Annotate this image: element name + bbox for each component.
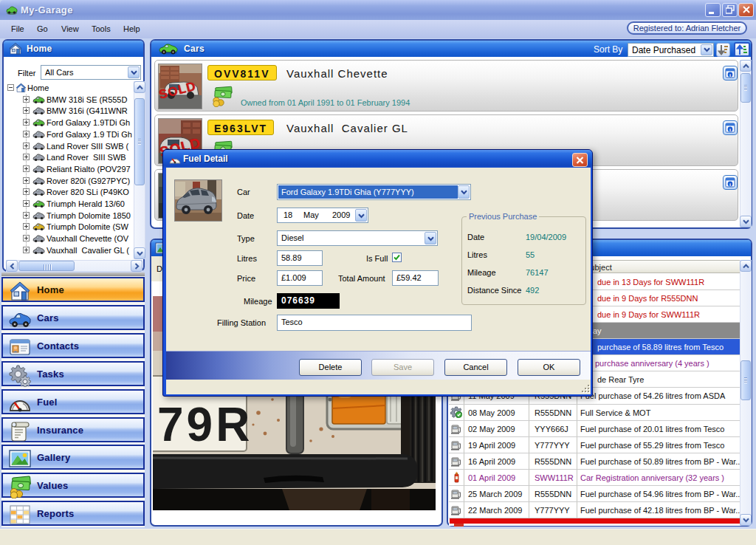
tree-item[interactable]: Reliant Rialto (POV297 [4, 164, 134, 175]
is-full-checkbox[interactable] [392, 253, 402, 262]
car-info-button[interactable]: i [723, 120, 738, 135]
tree-item[interactable]: Triumph Dolomite (SW [4, 222, 134, 233]
cars-vertical-scrollbar[interactable] [740, 60, 752, 227]
car-card-chevette[interactable]: SOLD OVV811V Vauxhall Chevette Owned fro… [154, 60, 738, 112]
tree-item[interactable]: Rover 820i (G927PYC) [4, 176, 134, 187]
minimize-button[interactable] [705, 3, 721, 17]
tree-item[interactable]: Triumph Herald 13/60 [4, 199, 134, 210]
event-row[interactable]: 08 May 2009R555DNNFull Service & MOT [449, 405, 742, 421]
delete-button[interactable]: Delete [299, 359, 362, 376]
expand-icon[interactable] [23, 165, 30, 172]
date-combo-arrow[interactable] [355, 209, 367, 222]
expand-icon[interactable] [23, 96, 30, 103]
event-row[interactable]: 25 March 2009R555DNNFuel purchase of 54.… [449, 486, 742, 502]
expand-icon[interactable] [23, 247, 30, 253]
tree-item[interactable]: Rover 820 SLi (P49KO [4, 187, 134, 198]
menu-view[interactable]: View [61, 24, 79, 33]
nav-button-cars[interactable]: Cars [1, 305, 145, 330]
save-button[interactable]: Save [371, 359, 434, 376]
menu-go[interactable]: Go [37, 24, 48, 33]
sort-descending-button[interactable] [716, 43, 730, 57]
expand-icon[interactable] [23, 143, 30, 149]
type-combo[interactable]: Diesel [277, 230, 438, 246]
event-row[interactable]: 02 May 2009YYY666JFuel purchase of 20.01… [449, 421, 742, 437]
nav-button-contacts[interactable]: Contacts [1, 333, 145, 358]
events-vertical-scrollbar[interactable] [740, 260, 752, 526]
scroll-left-button[interactable] [6, 260, 18, 272]
filter-combo[interactable]: All Cars [41, 65, 141, 80]
restore-button[interactable] [722, 3, 738, 17]
nav-splitter[interactable] [1, 272, 145, 276]
price-input[interactable]: £1.009 [277, 270, 323, 286]
tree-item[interactable]: Vauxhall Chevette (OV [4, 233, 134, 244]
expand-icon[interactable] [23, 154, 30, 160]
expand-icon[interactable] [23, 188, 30, 195]
tree-item[interactable]: BMW 316i (G411WNR [4, 106, 134, 117]
event-row[interactable]: 19 April 2009Y777YYYFuel purchase of 55.… [449, 437, 742, 453]
event-row[interactable]: 22 March 2009Y777YYYFuel purchase of 42.… [449, 502, 742, 518]
sort-combo[interactable]: Date Purchased [628, 43, 714, 57]
scroll-down-button[interactable] [134, 247, 145, 259]
filter-combo-arrow[interactable] [128, 66, 140, 78]
expand-icon[interactable] [23, 131, 30, 137]
sort-combo-arrow[interactable] [701, 44, 712, 55]
car-combo-arrow[interactable] [458, 185, 470, 199]
tree-item[interactable]: Ford Galaxy 1.9TDi Gh [4, 117, 134, 128]
date-combo[interactable]: 18 May 2009 [277, 208, 368, 223]
nav-button-values[interactable]: Values [1, 473, 145, 498]
expand-icon[interactable] [23, 119, 30, 126]
scroll-right-button[interactable] [131, 260, 142, 272]
expand-icon[interactable] [23, 223, 30, 230]
expand-icon[interactable] [23, 177, 30, 184]
nav-button-insurance[interactable]: Insurance [1, 417, 145, 442]
menu-tools[interactable]: Tools [92, 24, 111, 33]
scroll-thumb[interactable] [134, 98, 145, 185]
scroll-up-button[interactable] [740, 260, 752, 272]
scroll-thumb[interactable] [740, 360, 751, 400]
car-info-button[interactable]: i [723, 66, 738, 80]
nav-button-home[interactable]: Home [1, 277, 145, 302]
scroll-thumb[interactable] [740, 73, 751, 103]
tree-item[interactable]: BMW 318i SE (R555D [4, 95, 134, 106]
tree-item[interactable]: Land Rover SIII SWB ( [4, 141, 134, 152]
expand-icon[interactable] [23, 200, 30, 207]
nav-button-fuel[interactable]: Fuel [1, 389, 145, 414]
expand-icon[interactable] [23, 107, 30, 114]
tree-root-home[interactable]: Home [4, 83, 134, 94]
close-button[interactable] [738, 3, 754, 17]
car-info-button[interactable]: i [723, 175, 738, 190]
tree-item[interactable]: Triumph Dolomite 1850 [4, 210, 134, 222]
total-amount-input[interactable]: £59.42 [392, 270, 439, 286]
ok-button[interactable]: OK [518, 359, 580, 376]
scroll-down-button[interactable] [740, 514, 752, 526]
scroll-up-button[interactable] [740, 60, 752, 72]
menu-help[interactable]: Help [123, 24, 140, 33]
tree-vertical-scrollbar[interactable] [134, 81, 145, 259]
tree-item[interactable]: Vauxhall Cavalier GL ( [4, 245, 134, 256]
cancel-button[interactable]: Cancel [444, 359, 507, 376]
tree-horizontal-scrollbar[interactable] [6, 260, 142, 272]
filling-station-input[interactable]: Tesco [277, 315, 472, 331]
tree-item[interactable]: Land Rover SIII SWB [4, 152, 134, 163]
dialog-title-bar[interactable]: Fuel Detail [163, 150, 592, 168]
mileage-input[interactable]: 076639 [277, 293, 340, 309]
scroll-thumb-horizontal[interactable] [18, 261, 75, 271]
scroll-down-button[interactable] [740, 216, 752, 227]
event-row[interactable]: 01 April 2009SWW111RCar Registration ann… [449, 470, 742, 486]
nav-button-reports[interactable]: Reports [1, 501, 145, 526]
nav-button-tasks[interactable]: Tasks [1, 361, 145, 386]
expand-icon[interactable] [23, 235, 30, 241]
car-combo[interactable]: Ford Galaxy 1.9TDi Ghia (Y777YYY) [277, 184, 471, 200]
dialog-close-button[interactable] [572, 153, 588, 167]
litres-input[interactable]: 58.89 [277, 250, 323, 266]
scroll-up-button[interactable] [134, 81, 145, 93]
menu-file[interactable]: File [11, 24, 24, 33]
type-combo-arrow[interactable] [425, 232, 436, 244]
event-row[interactable]: 16 April 2009R555DNNFuel purchase of 50.… [449, 453, 742, 470]
tree-item[interactable]: Ford Galaxy 1.9 TDi Gh [4, 129, 134, 140]
expand-icon[interactable] [23, 212, 30, 219]
nav-button-gallery[interactable]: Gallery [1, 445, 145, 470]
collapse-icon[interactable] [7, 84, 14, 91]
sort-ascending-button[interactable] [734, 42, 750, 57]
resize-grip[interactable] [579, 383, 589, 392]
